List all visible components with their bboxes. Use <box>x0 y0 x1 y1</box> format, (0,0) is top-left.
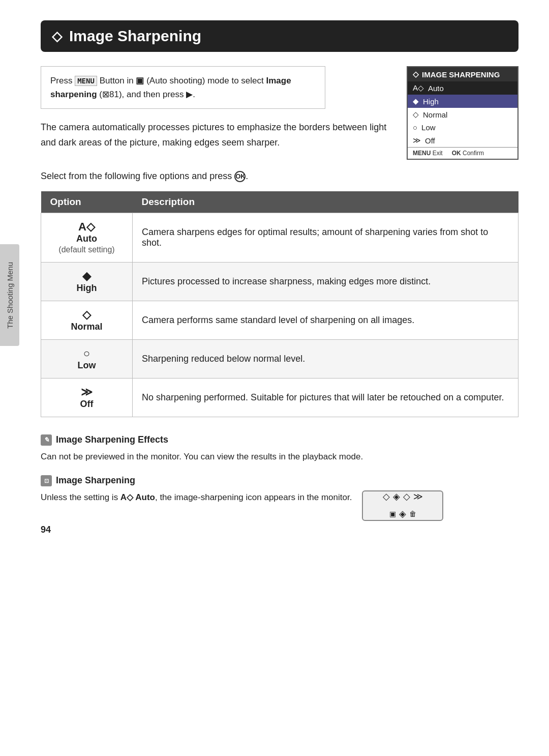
option-name-high: High <box>77 283 97 293</box>
icon-center-diamond: ◈ <box>399 507 406 522</box>
menu-title-icon: ◇ <box>413 70 419 79</box>
note-title-effects: Image Sharpening Effects <box>56 432 168 448</box>
select-line: Select from the following five options a… <box>41 171 518 182</box>
icon-diamond-outline: ◇ <box>383 489 390 505</box>
description-text: The camera automatically processes pictu… <box>41 120 391 150</box>
notes-section: ✎ Image Sharpening Effects Can not be pr… <box>41 432 518 520</box>
option-cell-auto: A◇ Auto (default setting) <box>41 213 133 263</box>
top-left-content: Press MENU Button in ▣ (Auto shooting) m… <box>41 66 391 159</box>
ok-circle-icon: OK <box>234 171 246 182</box>
options-table: Option Description A◇ Auto (default sett… <box>41 191 518 417</box>
footer-exit: MENU Exit <box>413 150 443 157</box>
option-cell-high: ◆ High <box>41 263 133 301</box>
icon-diamond-outline2: ◇ <box>403 489 410 505</box>
menu-item-low: ○ Low <box>408 121 517 134</box>
icon-display-box: ◇ ◈ ◇ ≫ ▣ ◈ 🗑 <box>362 490 443 521</box>
menu-item-auto-icon: A◇ <box>413 83 424 93</box>
description-cell-auto: Camera sharpens edges for optimal result… <box>133 213 518 263</box>
camera-menu-footer: MENU Exit OK Confirm <box>408 147 517 159</box>
note-body-sharpening: Unless the setting is A◇ Auto, the image… <box>41 490 352 505</box>
note-block-effects: ✎ Image Sharpening Effects Can not be pr… <box>41 432 518 464</box>
pencil-icon: ✎ <box>41 434 52 446</box>
option-name-low: Low <box>78 360 96 370</box>
sidebar-label: The Shooting Menu <box>6 262 14 329</box>
option-symbol-off: ≫ <box>50 386 123 399</box>
table-row: A◇ Auto (default setting) Camera sharpen… <box>41 213 518 263</box>
menu-item-normal-label: Normal <box>423 110 447 119</box>
table-row: ◆ High Pictures processed to increase sh… <box>41 263 518 301</box>
camera-menu-mockup: ◇ IMAGE SHARPENING A◇ Auto ◆ High ◇ Norm… <box>407 66 518 160</box>
description-cell-off: No sharpening performed. Suitable for pi… <box>133 379 518 417</box>
page-title: Image Sharpening <box>69 27 201 45</box>
table-row: ≫ Off No sharpening performed. Suitable … <box>41 379 518 417</box>
info-box: Press MENU Button in ▣ (Auto shooting) m… <box>41 66 325 109</box>
icon-diamond-filled: ◈ <box>393 489 400 505</box>
menu-item-auto: A◇ Auto <box>408 81 517 95</box>
option-sub-auto: (default setting) <box>58 245 114 254</box>
menu-item-high: ◆ High <box>408 95 517 108</box>
table-row: ◇ Normal Camera performs same standard l… <box>41 301 518 340</box>
col-header-option: Option <box>41 191 133 213</box>
title-icon: ◇ <box>52 28 62 44</box>
note-heading-sharpening: ⊡ Image Sharpening <box>41 473 518 488</box>
option-name-off: Off <box>80 399 94 409</box>
icon-double-arrow: ≫ <box>413 489 423 505</box>
option-symbol-normal: ◇ <box>50 308 123 322</box>
icon-row-top: ◇ ◈ ◇ ≫ <box>383 489 423 505</box>
menu-item-off: ≫ Off <box>408 134 517 147</box>
menu-item-low-icon: ○ <box>413 123 417 132</box>
menu-item-auto-label: Auto <box>428 84 444 93</box>
option-cell-normal: ◇ Normal <box>41 301 133 340</box>
menu-item-off-label: Off <box>425 136 435 145</box>
footer-confirm: OK Confirm <box>452 150 484 157</box>
description-cell-normal: Camera performs same standard level of s… <box>133 301 518 340</box>
camera-menu-title: ◇ IMAGE SHARPENING <box>408 67 517 81</box>
icon-camera-symbol: ▣ <box>389 508 396 520</box>
menu-item-low-label: Low <box>421 123 436 132</box>
option-name-normal: Normal <box>71 322 102 332</box>
note-heading-effects: ✎ Image Sharpening Effects <box>41 432 518 448</box>
menu-item-high-icon: ◆ <box>413 97 419 106</box>
option-symbol-high: ◆ <box>50 270 123 283</box>
option-symbol-low: ○ <box>50 347 123 360</box>
icon-row-bottom: ▣ ◈ 🗑 <box>389 507 416 522</box>
col-header-description: Description <box>133 191 518 213</box>
menu-item-high-label: High <box>423 97 439 106</box>
table-row: ○ Low Sharpening reduced below normal le… <box>41 340 518 379</box>
menu-title-text: IMAGE SHARPENING <box>422 70 500 79</box>
page-title-bar: ◇ Image Sharpening <box>41 20 518 52</box>
menu-key: MENU <box>75 76 97 86</box>
description-cell-high: Pictures processed to increase sharpness… <box>133 263 518 301</box>
option-name-auto: Auto <box>76 234 97 244</box>
page-ref-icon: ⊠ <box>102 90 109 99</box>
option-cell-off: ≫ Off <box>41 379 133 417</box>
camera-mode-icon: ▣ <box>136 76 144 85</box>
note-block-sharpening: ⊡ Image Sharpening Unless the setting is… <box>41 473 518 521</box>
icon-trash-symbol: 🗑 <box>409 508 416 520</box>
menu-item-normal-icon: ◇ <box>413 110 419 119</box>
menu-item-normal: ◇ Normal <box>408 108 517 121</box>
sidebar-tab: The Shooting Menu <box>0 244 19 346</box>
note-title-sharpening: Image Sharpening <box>56 473 135 488</box>
menu-item-off-icon: ≫ <box>413 136 421 145</box>
page-number: 94 <box>41 525 51 535</box>
note-body-effects: Can not be previewed in the monitor. You… <box>41 450 518 464</box>
option-cell-low: ○ Low <box>41 340 133 379</box>
camera-icon: ⊡ <box>41 475 52 486</box>
top-section: Press MENU Button in ▣ (Auto shooting) m… <box>41 66 518 160</box>
description-cell-low: Sharpening reduced below normal level. <box>133 340 518 379</box>
option-symbol-auto: A◇ <box>50 220 123 234</box>
